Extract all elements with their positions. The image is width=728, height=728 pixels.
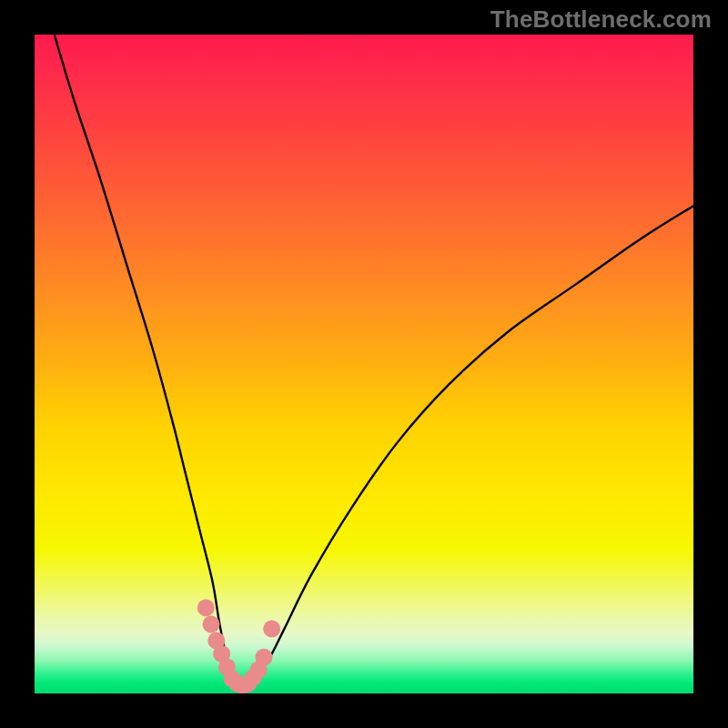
attribution-label: TheBottleneck.com <box>490 5 712 34</box>
curve-layer <box>55 35 693 688</box>
highlight-marker <box>197 599 215 616</box>
plot-area <box>35 35 693 693</box>
highlight-marker <box>263 621 280 638</box>
marker-layer <box>197 599 280 693</box>
highlight-marker <box>255 649 272 666</box>
plot-svg <box>35 35 693 693</box>
chart-frame: TheBottleneck.com <box>0 0 728 728</box>
bottleneck-curve <box>55 35 693 688</box>
highlight-marker <box>203 615 220 632</box>
